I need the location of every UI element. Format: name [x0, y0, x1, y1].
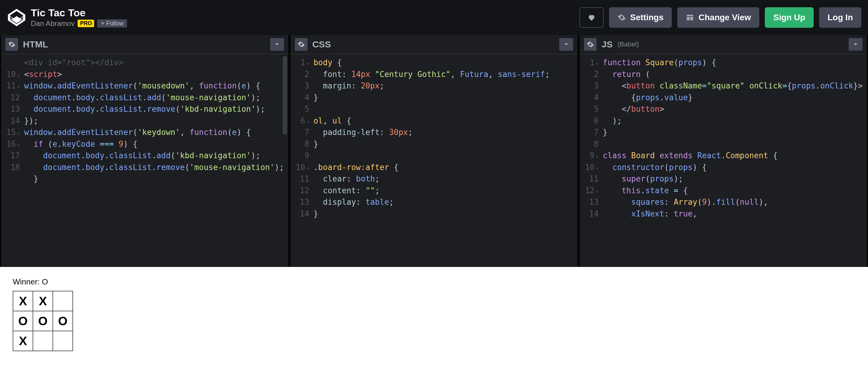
board-row: X — [13, 331, 855, 350]
css-pane-label: CSS — [312, 39, 331, 50]
board-square[interactable] — [53, 331, 73, 351]
html-pane-settings[interactable] — [5, 38, 18, 51]
css-pane-settings[interactable] — [295, 38, 308, 51]
html-pane-header: HTML — [1, 35, 288, 54]
board-square[interactable]: X — [13, 291, 33, 311]
love-button[interactable] — [580, 7, 603, 28]
css-pane: CSS 1234567891011121314 body { font: 14p… — [291, 35, 578, 267]
codepen-logo[interactable] — [7, 7, 27, 28]
gear-icon — [618, 13, 626, 22]
css-code-editor[interactable]: 1234567891011121314 body { font: 14px "C… — [291, 54, 578, 267]
pro-badge: PRO — [78, 20, 94, 27]
login-label: Log In — [828, 13, 853, 22]
heart-icon — [587, 13, 596, 22]
js-pane-label: JS — [601, 39, 613, 50]
html-pane-label: HTML — [23, 39, 48, 50]
board-square[interactable]: O — [53, 311, 73, 331]
codepen-logo-icon — [7, 8, 26, 27]
chevron-down-icon — [274, 41, 280, 48]
gear-icon — [298, 41, 305, 48]
game-status: Winner: O — [13, 277, 855, 286]
css-code-lines[interactable]: body { font: 14px "Century Gothic", Futu… — [314, 57, 578, 265]
js-pane-header: JS (Babel) — [580, 35, 867, 54]
css-pane-header: CSS — [291, 35, 578, 54]
board-square[interactable] — [53, 291, 73, 311]
html-scrollbar[interactable] — [283, 56, 287, 135]
login-button[interactable]: Log In — [819, 7, 861, 28]
pen-author[interactable]: Dan Abramov — [31, 19, 74, 28]
html-gutter: 101112131415161718 — [1, 57, 24, 265]
html-pane-menu[interactable] — [270, 38, 284, 51]
gear-icon — [8, 41, 16, 48]
chevron-down-icon — [852, 41, 859, 48]
css-pane-menu[interactable] — [559, 38, 573, 51]
js-pane: JS (Babel) 1234567891011121314 function … — [580, 35, 867, 267]
change-view-button[interactable]: Change View — [677, 7, 760, 28]
board-square[interactable] — [33, 331, 53, 351]
html-code-editor[interactable]: 101112131415161718 <div id="root"></div>… — [1, 54, 288, 267]
signup-label: Sign Up — [773, 13, 805, 22]
js-pane-sublabel: (Babel) — [618, 40, 639, 48]
board-row: OOO — [13, 311, 855, 331]
editor-row: HTML 101112131415161718 <div id="root"><… — [0, 35, 868, 267]
css-gutter: 1234567891011121314 — [291, 57, 314, 265]
html-code-lines[interactable]: <div id="root"></div><script>window.addE… — [24, 57, 288, 265]
board-square[interactable]: O — [33, 311, 53, 331]
board-square[interactable]: O — [13, 311, 33, 331]
result-preview: Winner: O XXOOOX — [0, 267, 868, 369]
signup-button[interactable]: Sign Up — [765, 7, 814, 28]
js-pane-settings[interactable] — [584, 38, 597, 51]
board-square[interactable]: X — [13, 331, 33, 351]
board-square[interactable]: X — [33, 291, 53, 311]
html-pane: HTML 101112131415161718 <div id="root"><… — [1, 35, 288, 267]
js-code-editor[interactable]: 1234567891011121314 function Square(prop… — [580, 54, 867, 267]
follow-button[interactable]: + Follow — [97, 19, 127, 28]
app-header: Tic Tac Toe Dan Abramov PRO + Follow Set… — [0, 0, 868, 35]
js-pane-menu[interactable] — [849, 38, 863, 51]
pen-title: Tic Tac Toe — [31, 7, 127, 19]
title-block: Tic Tac Toe Dan Abramov PRO + Follow — [31, 7, 127, 28]
change-view-label: Change View — [699, 13, 751, 22]
gear-icon — [587, 41, 594, 48]
settings-label: Settings — [630, 13, 663, 22]
js-gutter: 1234567891011121314 — [580, 57, 603, 265]
chevron-down-icon — [563, 41, 569, 48]
js-code-lines[interactable]: function Square(props) { return ( <butto… — [603, 57, 867, 265]
settings-button[interactable]: Settings — [609, 7, 672, 28]
game-board: XXOOOX — [13, 291, 855, 350]
board-row: XX — [13, 291, 855, 311]
layout-icon — [686, 13, 694, 22]
